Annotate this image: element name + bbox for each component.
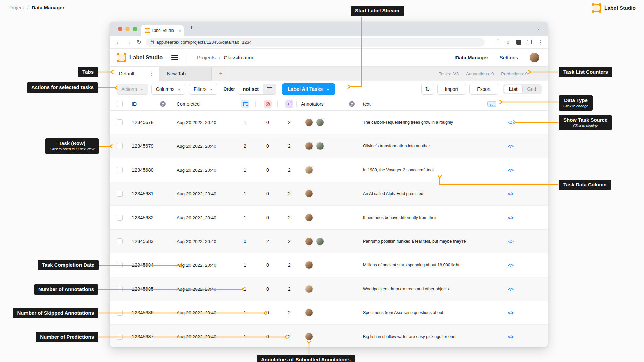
browser-menu-icon[interactable]: ⋮ (538, 39, 543, 45)
traffic-light-close[interactable] (118, 27, 122, 31)
show-source-icon[interactable]: </> (505, 239, 516, 244)
annotator-avatar[interactable] (316, 142, 324, 150)
grid-view-button[interactable]: Grid (523, 85, 541, 93)
callout-task-row: Task (Row)Click to open in Quick View (45, 138, 99, 154)
table-row[interactable]: 12345680 Aug 20 2022, 20:40 1 0 2 In 198… (110, 158, 548, 182)
table-row[interactable]: 12345679 Aug 20 2022, 20:40 2 0 2 Olivin… (110, 134, 548, 158)
import-button[interactable]: Import (437, 84, 466, 95)
user-avatar[interactable] (529, 52, 540, 63)
address-bar[interactable]: app.heartex.com/projects/123456/data?tab… (146, 38, 485, 47)
data-type-badge[interactable]: str (487, 101, 496, 107)
table-row[interactable]: 12345681 Aug 20 2022, 20:40 1 0 2 An AI … (110, 182, 548, 206)
annotator-avatar[interactable] (305, 142, 313, 150)
sidepanel-icon[interactable] (527, 40, 532, 44)
nav-project-name[interactable]: Classification (224, 55, 254, 61)
skipped-column-icon[interactable] (264, 100, 272, 108)
row-checkbox[interactable] (117, 286, 123, 292)
row-checkbox[interactable] (117, 310, 123, 316)
sparkle-icon: ✦ (287, 102, 290, 107)
row-checkbox[interactable] (117, 119, 123, 125)
task-text: Woodpeckers drum on trees and other obje… (363, 287, 449, 291)
toolbar: Actions ⌄ Columns ⌄ Filters ⌄ Order not … (110, 81, 548, 98)
nav-settings[interactable]: Settings (500, 55, 518, 60)
column-header-id[interactable]: ID (132, 101, 137, 107)
export-button[interactable]: Export (469, 84, 498, 95)
breadcrumb-project[interactable]: Project (8, 5, 24, 10)
table-row[interactable]: 12345687 Aug 20 2022, 20:40 1 0 2 Big fi… (110, 325, 548, 347)
page: { "colors": { "accent_orange": "#FF9A00"… (0, 0, 644, 362)
traffic-light-minimize[interactable] (125, 27, 130, 31)
bookmark-star-icon[interactable]: ☆ (506, 39, 511, 45)
new-tab-icon[interactable]: + (190, 24, 193, 32)
browser-tab[interactable]: Label Studio × (141, 25, 184, 36)
tab-new-tab[interactable]: New Tab (159, 67, 212, 81)
table-row[interactable]: 12345685 Aug 20 2022, 20:40 1 0 2 Woodpe… (110, 277, 548, 301)
row-checkbox[interactable] (117, 334, 123, 340)
sort-order-icon[interactable] (263, 84, 276, 94)
show-source-icon[interactable]: </> (505, 191, 516, 196)
annotator-avatar[interactable] (305, 333, 313, 341)
table-row[interactable]: 12345682 Aug 20 2022, 20:40 1 0 2 If neu… (110, 206, 548, 230)
show-source-icon[interactable]: </> (505, 120, 516, 125)
select-all-checkbox[interactable] (117, 101, 123, 107)
show-source-icon[interactable]: </> (505, 215, 516, 220)
table-row[interactable]: 12345684 Aug 20 2022, 20:40 1 0 2 Millio… (110, 253, 548, 277)
predictions-column-icon[interactable]: ✦+ (285, 100, 293, 108)
callout-data-type: Data TypeClick to change (559, 95, 593, 111)
annotator-avatar[interactable] (316, 118, 324, 126)
tab-default[interactable]: Default ⋮ (110, 67, 159, 81)
reload-icon[interactable]: ↻ (137, 39, 141, 45)
annotator-avatar[interactable] (305, 285, 313, 293)
table-row[interactable]: 12345683 Aug 20 2022, 20:40 0 2 2 Pahrum… (110, 230, 548, 253)
filters-button[interactable]: Filters ⌄ (189, 84, 217, 95)
show-source-icon[interactable]: </> (505, 287, 516, 292)
traffic-light-zoom[interactable] (133, 27, 137, 31)
tab-options-icon[interactable]: ⋮ (149, 71, 154, 77)
show-source-icon[interactable]: </> (505, 263, 516, 268)
annotator-avatar[interactable] (305, 190, 313, 198)
tab-close-icon[interactable]: × (178, 28, 181, 33)
row-checkbox[interactable] (117, 238, 123, 244)
tabstrip-chevron-icon[interactable]: ⌄ (536, 25, 540, 31)
share-icon[interactable] (496, 41, 500, 45)
refresh-button[interactable]: ↻ (421, 84, 434, 95)
help-icon[interactable]: ? (160, 101, 166, 107)
back-icon[interactable]: ← (116, 39, 121, 45)
annotator-avatar[interactable] (305, 214, 313, 222)
help-icon[interactable]: ? (349, 101, 355, 107)
label-all-tasks-button[interactable]: Label All Tasks ⌄ (282, 83, 335, 95)
table-row[interactable]: 12345678 Aug 20 2022, 20:40 1 0 2 The ca… (110, 111, 548, 134)
forward-icon[interactable]: → (126, 39, 132, 45)
column-header-completed[interactable]: Completed (177, 101, 200, 107)
row-checkbox[interactable] (117, 167, 123, 173)
show-source-icon[interactable]: </> (505, 168, 516, 173)
nav-data-manager[interactable]: Data Manager (455, 55, 488, 60)
row-checkbox[interactable] (117, 215, 123, 221)
annotator-avatar[interactable] (305, 237, 313, 245)
column-header-text[interactable]: text (363, 101, 371, 107)
row-checkbox[interactable] (117, 262, 123, 268)
extension-icon[interactable] (516, 40, 521, 45)
columns-button[interactable]: Columns ⌄ (151, 84, 185, 95)
annotator-avatar[interactable] (316, 237, 324, 245)
row-checkbox[interactable] (117, 191, 123, 197)
annotations-column-icon[interactable] (241, 100, 249, 108)
show-source-icon[interactable]: </> (505, 144, 516, 149)
show-source-icon[interactable]: </> (505, 310, 516, 315)
row-checkbox[interactable] (117, 143, 123, 149)
hamburger-menu-icon[interactable] (171, 55, 178, 60)
annotator-avatar[interactable] (305, 261, 313, 269)
table-row[interactable]: 12345686 Aug 20 2022, 20:40 1 0 2 Specim… (110, 301, 548, 325)
app-brand[interactable]: Label Studio (118, 54, 163, 62)
annotator-avatar[interactable] (305, 309, 313, 317)
actions-button[interactable]: Actions ⌄ (117, 84, 148, 95)
show-source-icon[interactable]: </> (505, 334, 516, 339)
annotator-avatar[interactable] (305, 166, 313, 174)
order-value[interactable]: not set (238, 84, 263, 94)
list-view-button[interactable]: List (504, 85, 523, 93)
skipped-count: 0 (258, 167, 277, 173)
nav-projects[interactable]: Projects (197, 55, 216, 61)
add-view-tab-icon[interactable]: + (212, 67, 230, 81)
column-header-annotators[interactable]: Annotators (301, 101, 324, 107)
annotator-avatar[interactable] (305, 118, 313, 126)
